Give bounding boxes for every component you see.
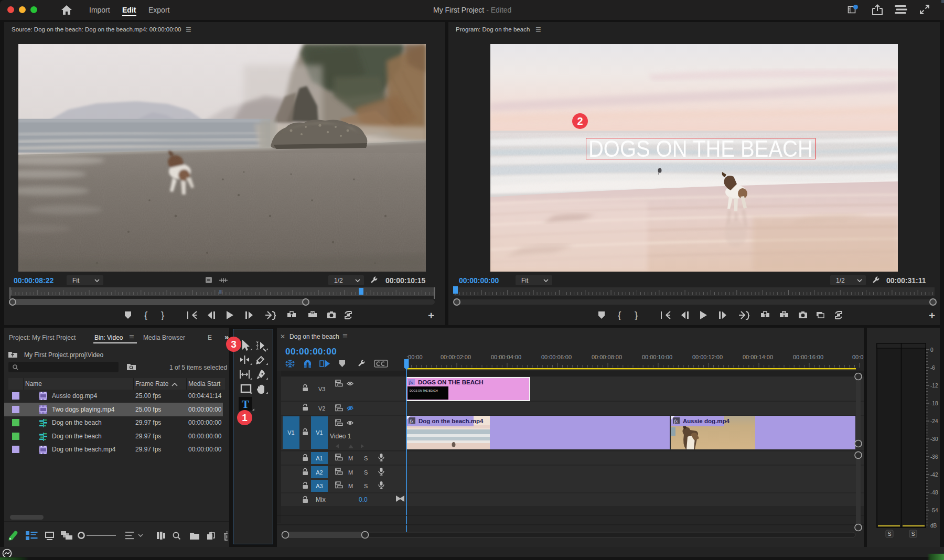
svg-text:V1: V1 — [316, 429, 323, 436]
svg-text:S: S — [364, 483, 368, 489]
svg-text:-36: -36 — [930, 454, 938, 460]
svg-text:-42: -42 — [930, 472, 938, 478]
svg-text:{: { — [144, 310, 148, 320]
svg-text:00:00:14:00: 00:00:14:00 — [743, 354, 773, 360]
svg-text:S: S — [888, 531, 892, 537]
svg-text:A1: A1 — [316, 455, 323, 461]
svg-text:Aussie dog.mp4: Aussie dog.mp4 — [683, 418, 730, 424]
svg-text:Dog on the beach.mp4: Dog on the beach.mp4 — [419, 418, 484, 424]
svg-text:fx: fx — [410, 418, 414, 424]
svg-text:DOGS ON THE BEACH: DOGS ON THE BEACH — [410, 389, 438, 392]
svg-text:V1: V1 — [287, 429, 294, 436]
svg-text:M: M — [348, 455, 353, 461]
svg-text:S: S — [911, 531, 915, 537]
svg-text:A2: A2 — [316, 469, 323, 476]
svg-text:-6: -6 — [930, 365, 935, 371]
svg-text:-30: -30 — [930, 436, 938, 442]
svg-text:}: } — [161, 310, 164, 320]
svg-text:}: } — [635, 310, 638, 320]
svg-text:{: { — [618, 310, 621, 320]
svg-text:S: S — [364, 455, 368, 461]
svg-text:0.0: 0.0 — [359, 496, 368, 503]
svg-text:DOGS ON THE BEACH: DOGS ON THE BEACH — [418, 379, 484, 385]
svg-text:00:00:04:00: 00:00:04:00 — [491, 354, 521, 360]
svg-text:-24: -24 — [930, 418, 938, 424]
svg-text:S: S — [364, 469, 368, 476]
svg-text:A3: A3 — [316, 483, 323, 489]
svg-text:M: M — [348, 469, 353, 476]
svg-text:Mix: Mix — [316, 496, 326, 503]
svg-text:Video 1: Video 1 — [330, 433, 351, 440]
svg-text:00:00:02:00: 00:00:02:00 — [441, 354, 471, 360]
svg-text::00:00: :00:00 — [406, 354, 423, 360]
svg-text:0: 0 — [930, 347, 934, 353]
svg-text:V2: V2 — [318, 405, 325, 412]
svg-text:M: M — [348, 483, 353, 489]
svg-text:V3: V3 — [318, 386, 325, 392]
svg-text:fx: fx — [674, 418, 678, 424]
svg-text:00:0: 00:0 — [852, 354, 863, 360]
svg-text:00:00:12:00: 00:00:12:00 — [692, 354, 723, 360]
svg-text:00:00:16:00: 00:00:16:00 — [793, 354, 823, 360]
svg-text:dB: dB — [930, 523, 937, 529]
svg-text:fx: fx — [409, 380, 413, 385]
svg-text:00:00:10:00: 00:00:10:00 — [642, 354, 672, 360]
svg-text:-48: -48 — [930, 490, 938, 496]
svg-text:-18: -18 — [930, 401, 938, 406]
svg-text:T: T — [242, 398, 249, 411]
svg-text:-54: -54 — [930, 508, 938, 513]
svg-text:00:00:08:00: 00:00:08:00 — [592, 354, 622, 360]
svg-text:00:00:06:00: 00:00:06:00 — [541, 354, 572, 360]
svg-text:-12: -12 — [930, 383, 938, 389]
